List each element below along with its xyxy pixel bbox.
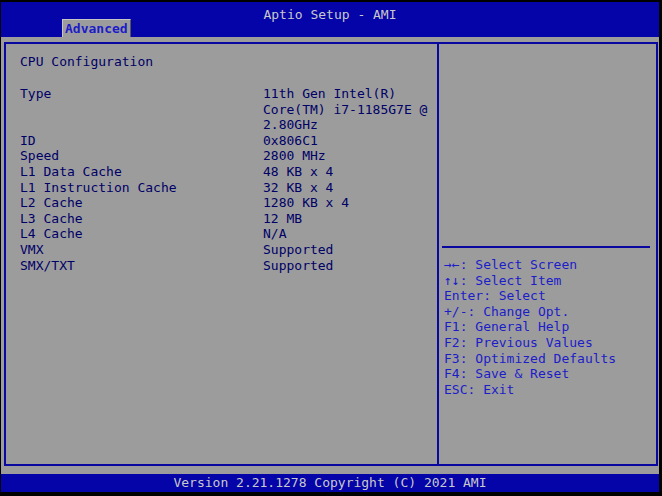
help-panel: →←: Select Screen↑↓: Select ItemEnter: S… — [439, 44, 656, 464]
help-divider — [442, 246, 650, 248]
cpu-configuration-panel: CPU Configuration Type11th Gen Intel(R) … — [6, 44, 439, 464]
setting-value: 2800 MHz — [263, 148, 437, 164]
setting-label: L4 Cache — [20, 226, 263, 242]
version-text: Version 2.21.1278 Copyright (C) 2021 AMI — [173, 475, 486, 490]
setting-row: SMX/TXTSupported — [20, 258, 437, 274]
setting-row: VMXSupported — [20, 242, 437, 258]
setting-row: L4 CacheN/A — [20, 226, 437, 242]
setting-label: L1 Instruction Cache — [20, 180, 263, 196]
key-legend: →←: Select Screen↑↓: Select ItemEnter: S… — [444, 257, 655, 397]
setting-row: L1 Data Cache48 KB x 4 — [20, 164, 437, 180]
setting-row: L2 Cache1280 KB x 4 — [20, 195, 437, 211]
setting-value: 11th Gen Intel(R) Core(TM) i7-1185G7E @ … — [263, 86, 437, 133]
setting-row: Type11th Gen Intel(R) Core(TM) i7-1185G7… — [20, 86, 437, 133]
main-box: CPU Configuration Type11th Gen Intel(R) … — [4, 42, 658, 466]
key-legend-line: F4: Save & Reset — [444, 366, 655, 382]
header-bar: Aptio Setup - AMI Advanced — [1, 2, 659, 37]
setting-label: ID — [20, 133, 263, 149]
setting-value: 12 MB — [263, 211, 437, 227]
setting-label: L3 Cache — [20, 211, 263, 227]
setting-row: ID0x806C1 — [20, 133, 437, 149]
tab-advanced[interactable]: Advanced — [62, 19, 131, 37]
key-legend-line: ESC: Exit — [444, 382, 655, 398]
panel-heading: CPU Configuration — [20, 54, 437, 70]
setting-value: Supported — [263, 258, 437, 274]
key-legend-line: F2: Previous Values — [444, 335, 655, 351]
bios-setup-screen: Aptio Setup - AMI Advanced CPU Configura… — [0, 0, 662, 496]
key-legend-line: F3: Optimized Defaults — [444, 351, 655, 367]
setting-row: Speed2800 MHz — [20, 148, 437, 164]
setting-value: 1280 KB x 4 — [263, 195, 437, 211]
setting-value: 48 KB x 4 — [263, 164, 437, 180]
settings-list: Type11th Gen Intel(R) Core(TM) i7-1185G7… — [20, 86, 437, 273]
setting-label: SMX/TXT — [20, 258, 263, 274]
setting-value: 0x806C1 — [263, 133, 437, 149]
setting-label: VMX — [20, 242, 263, 258]
key-legend-line: F1: General Help — [444, 319, 655, 335]
setting-value: 32 KB x 4 — [263, 180, 437, 196]
setting-label: L2 Cache — [20, 195, 263, 211]
body-area: CPU Configuration Type11th Gen Intel(R) … — [1, 37, 659, 474]
key-legend-line: Enter: Select — [444, 288, 655, 304]
key-legend-line: →←: Select Screen — [444, 257, 655, 273]
footer-bar: Version 2.21.1278 Copyright (C) 2021 AMI — [1, 474, 659, 492]
setting-value: Supported — [263, 242, 437, 258]
setting-label: Type — [20, 86, 263, 133]
setting-label: L1 Data Cache — [20, 164, 263, 180]
key-legend-line: +/-: Change Opt. — [444, 304, 655, 320]
setting-row: L3 Cache12 MB — [20, 211, 437, 227]
setting-row: L1 Instruction Cache32 KB x 4 — [20, 180, 437, 196]
setting-label: Speed — [20, 148, 263, 164]
key-legend-line: ↑↓: Select Item — [444, 273, 655, 289]
setting-value: N/A — [263, 226, 437, 242]
